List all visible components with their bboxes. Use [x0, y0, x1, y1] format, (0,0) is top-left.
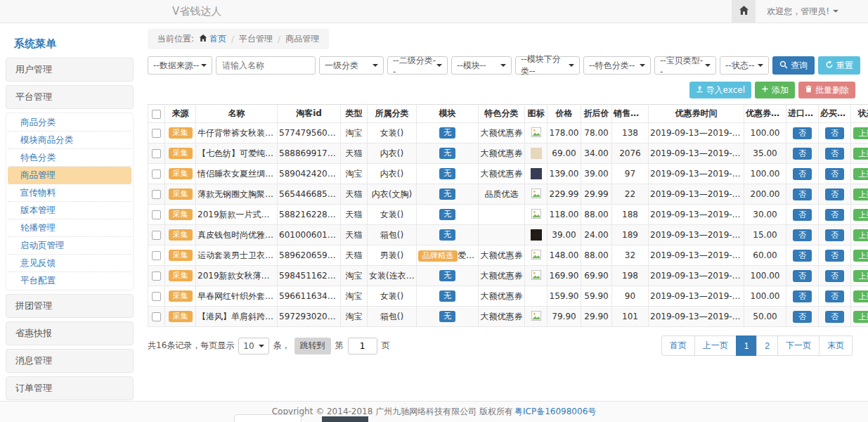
- row-checkbox[interactable]: [152, 190, 161, 199]
- batch-delete-button[interactable]: 批量删除: [798, 82, 855, 98]
- filter-select[interactable]: --二级分类--: [387, 56, 448, 75]
- cell-icon: [525, 286, 548, 307]
- row-checkbox[interactable]: [152, 129, 161, 138]
- sidebar-group[interactable]: 平台管理: [6, 85, 134, 109]
- cell-coupon-amount: 100.00: [744, 286, 786, 307]
- must-buy-toggle-button[interactable]: 否: [825, 311, 844, 323]
- status-button[interactable]: 上架: [853, 250, 868, 262]
- must-buy-toggle-button[interactable]: 否: [825, 148, 844, 160]
- row-checkbox[interactable]: [152, 149, 161, 158]
- status-button[interactable]: 上架: [853, 148, 868, 160]
- row-checkbox[interactable]: [152, 210, 161, 219]
- filter-select[interactable]: --模块--: [451, 56, 512, 75]
- page-button[interactable]: 首页: [661, 335, 695, 356]
- sidebar-item[interactable]: 平台配置: [8, 272, 131, 289]
- status-button[interactable]: 上架: [853, 229, 868, 241]
- status-button[interactable]: 上架: [853, 270, 868, 282]
- page-number-input[interactable]: [348, 338, 377, 354]
- sidebar-group[interactable]: 省惠快报: [6, 321, 134, 345]
- page-button[interactable]: 末页: [819, 335, 853, 356]
- sidebar-item[interactable]: 意见反馈: [8, 255, 131, 272]
- filter-select[interactable]: --特色分类--: [583, 56, 651, 75]
- sidebar-item[interactable]: 宣传物料: [8, 184, 131, 202]
- main-content: 当前位置: 首页 / 平台管理 / 商品管理 --数据来源-- 一级分类--二级…: [134, 27, 862, 422]
- sidebar-item[interactable]: 启动页管理: [8, 237, 131, 255]
- status-button[interactable]: 上架: [853, 188, 868, 200]
- row-checkbox[interactable]: [152, 251, 161, 260]
- import-toggle-button[interactable]: 否: [793, 209, 812, 221]
- must-buy-toggle-button[interactable]: 否: [825, 250, 844, 262]
- must-buy-toggle-button[interactable]: 否: [825, 229, 844, 241]
- row-checkbox[interactable]: [152, 271, 161, 281]
- copyright-text: Copyright © 2014-2018 广州九驰网络科技有限公司 版权所有: [272, 406, 513, 418]
- sidebar-group[interactable]: 拼团管理: [6, 294, 134, 318]
- cell-module: 无: [417, 164, 479, 184]
- import-toggle-button[interactable]: 否: [793, 188, 812, 200]
- import-toggle-button[interactable]: 否: [793, 168, 812, 180]
- must-buy-toggle-button[interactable]: 否: [825, 188, 844, 200]
- breadcrumb-item: 平台管理: [239, 33, 273, 45]
- status-button[interactable]: 上架: [853, 127, 868, 139]
- user-menu[interactable]: 欢迎您，管理员!: [756, 6, 868, 18]
- sidebar-item[interactable]: 轮播管理: [8, 219, 131, 237]
- sidebar-item[interactable]: 特色分类: [8, 149, 131, 167]
- sidebar-group[interactable]: 消息管理: [6, 349, 134, 373]
- cell-coupon-time: 2019-09-13—2019-09-17: [649, 184, 744, 205]
- import-toggle-button[interactable]: 否: [793, 311, 812, 323]
- sidebar-item[interactable]: 模块商品分类: [8, 132, 131, 149]
- reset-button[interactable]: 重置: [818, 56, 860, 75]
- cell-name: 【七色纺】可爱纯棉家...: [196, 143, 278, 164]
- jump-button[interactable]: 跳转到: [294, 338, 331, 354]
- status-button[interactable]: 上架: [853, 168, 868, 180]
- page-button[interactable]: 下一页: [777, 335, 820, 356]
- popup-remnant: [234, 414, 302, 422]
- page-button[interactable]: 上一页: [694, 335, 737, 356]
- add-button[interactable]: 添加: [755, 82, 795, 98]
- caret-down-icon: [569, 64, 574, 67]
- row-checkbox[interactable]: [152, 312, 161, 321]
- sidebar-item[interactable]: 版本管理: [8, 202, 131, 219]
- import-toggle-button[interactable]: 否: [793, 290, 812, 302]
- sidebar-group[interactable]: 订单管理: [6, 376, 134, 400]
- status-button[interactable]: 上架: [853, 209, 868, 221]
- page-button[interactable]: 2: [756, 335, 778, 356]
- must-buy-toggle-button[interactable]: 否: [825, 209, 844, 221]
- sidebar-group[interactable]: 用户管理: [6, 58, 134, 82]
- filter-select-data-source[interactable]: --数据来源--: [148, 56, 212, 75]
- page-size-select[interactable]: 10: [238, 338, 268, 354]
- must-buy-toggle-button[interactable]: 否: [825, 168, 844, 180]
- row-checkbox[interactable]: [152, 231, 161, 240]
- row-checkbox[interactable]: [152, 292, 161, 301]
- column-header: 淘客id: [278, 105, 341, 123]
- breadcrumb-home-link[interactable]: 首页: [199, 33, 226, 45]
- row-checkbox[interactable]: [152, 170, 161, 179]
- must-buy-toggle-button[interactable]: 否: [825, 127, 844, 139]
- filter-select[interactable]: 一级分类: [319, 56, 384, 75]
- import-toggle-button[interactable]: 否: [793, 229, 812, 241]
- icp-link[interactable]: 粤ICP备16098006号: [514, 406, 596, 418]
- column-header: 所属分类: [368, 105, 417, 123]
- filter-select[interactable]: --宝贝类型--: [654, 56, 716, 75]
- filter-select[interactable]: --模块下分类--: [515, 56, 580, 75]
- page-button[interactable]: 1: [736, 335, 758, 356]
- home-button[interactable]: [732, 0, 756, 23]
- must-buy-toggle-button[interactable]: 否: [825, 290, 844, 302]
- name-search-input[interactable]: [216, 56, 316, 75]
- search-button[interactable]: 查询: [772, 56, 815, 75]
- broken-image-icon: [531, 313, 541, 323]
- cell-discount-price: 59.90: [581, 286, 612, 307]
- filter-select[interactable]: --状态--: [720, 56, 769, 75]
- status-button[interactable]: 上架: [853, 290, 868, 302]
- sidebar-item[interactable]: 商品分类: [8, 114, 131, 132]
- select-all-checkbox[interactable]: [152, 110, 161, 119]
- cell-status: 上架: [851, 225, 868, 245]
- must-buy-toggle-button[interactable]: 否: [825, 270, 844, 282]
- status-button[interactable]: 上架: [853, 311, 868, 323]
- import-toggle-button[interactable]: 否: [793, 148, 812, 160]
- cell-coupon-amount: 60.00: [744, 245, 786, 266]
- import-toggle-button[interactable]: 否: [793, 127, 812, 139]
- import-toggle-button[interactable]: 否: [793, 270, 812, 282]
- import-toggle-button[interactable]: 否: [793, 250, 812, 262]
- sidebar-item[interactable]: 商品管理: [8, 167, 131, 184]
- import-excel-button[interactable]: 导入excel: [689, 82, 751, 98]
